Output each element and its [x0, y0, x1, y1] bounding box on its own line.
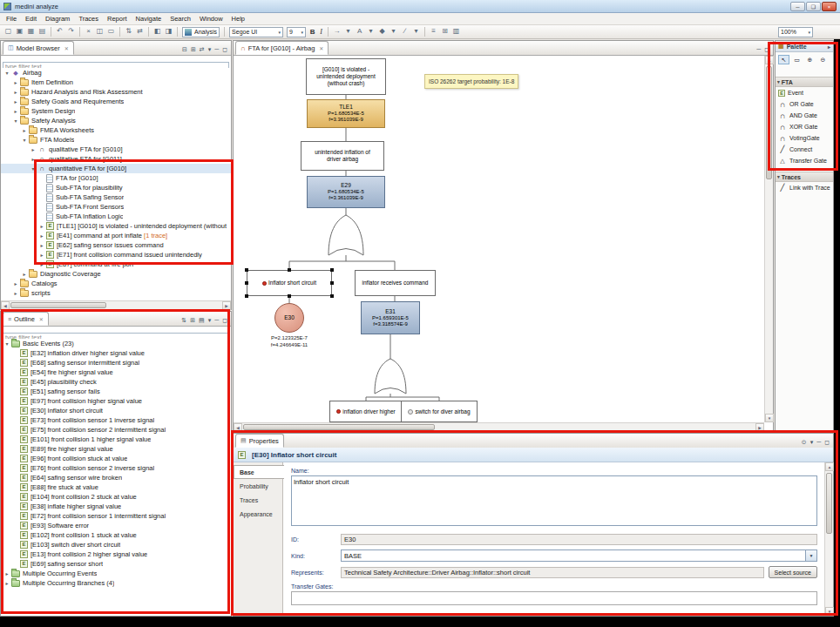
tree-item[interactable]: E[E72] front collision sensor 1 intermit…	[1, 511, 231, 521]
scroll-left-icon[interactable]: ◀	[234, 423, 242, 432]
analysis-profile-select[interactable]: Analysis	[182, 27, 220, 37]
tree-item[interactable]: ▾FTA Models	[1, 135, 231, 145]
tree-item[interactable]: E[E103] switch diver short circuit	[1, 540, 231, 549]
palette-collapse-icon[interactable]: ▸	[828, 44, 830, 50]
palette-tool-connect[interactable]: ╱Connect	[776, 144, 833, 155]
tree-item[interactable]: ▾Safety Analysis	[1, 116, 231, 125]
tree-item[interactable]: E[E32] inflation driver higher signal va…	[1, 348, 231, 358]
scrollbar-thumb[interactable]	[766, 66, 772, 179]
tree-item[interactable]: Sub-FTA Safing Sensor	[1, 192, 231, 202]
zoom-in-tool-icon[interactable]: ⊕	[804, 55, 816, 64]
selection-handle[interactable]	[288, 268, 291, 272]
palette-tool-transfer-gate[interactable]: △Transfer Gate	[776, 155, 833, 166]
tree-item[interactable]: E[E13] front collision 2 higher signal v…	[1, 549, 231, 559]
tree-item[interactable]: FTA for [G010]	[1, 173, 231, 183]
tree-item[interactable]: E[E89] fire higher signal value	[1, 444, 231, 454]
close-icon[interactable]: ✕	[64, 45, 69, 51]
selection-handle[interactable]	[288, 294, 291, 298]
sync-icon[interactable]: ⇄	[134, 26, 146, 37]
fta-node-inflation-driver-higher[interactable]: inflation driver higher	[329, 401, 403, 422]
save-all-icon[interactable]: ▦	[25, 26, 37, 37]
selection-handle[interactable]	[245, 268, 248, 272]
maximize-button[interactable]: ❏	[806, 2, 821, 11]
maximize-icon[interactable]: ◻	[222, 46, 227, 52]
prop-tab-appearance[interactable]: Appearance	[234, 507, 282, 521]
palette-header[interactable]: ▦ Palette ▸	[776, 41, 833, 52]
expand-arrow-icon[interactable]: ▸	[12, 89, 19, 95]
tree-item[interactable]: Sub-FTA Front Sensors	[1, 202, 231, 212]
prop-tab-base[interactable]: Base	[234, 465, 284, 479]
tree-item[interactable]: ▸Hazard Analysis and Risk Assessment	[1, 87, 231, 97]
line-style-icon[interactable]: ∕	[399, 26, 410, 37]
font-size-select[interactable]: 9 ▾	[287, 27, 306, 37]
transfer-gates-list[interactable]	[291, 591, 817, 605]
font-color-icon[interactable]: A	[354, 26, 365, 37]
kind-select[interactable]: BASE ▼	[341, 549, 817, 562]
font-family-select[interactable]: Segoe UI ▾	[229, 27, 283, 37]
fta-node-intermediate[interactable]: unintended inflation of driver airbag	[301, 141, 384, 171]
minimize-button[interactable]: ─	[790, 2, 805, 11]
palette-drawer-traces[interactable]: ▾Traces	[776, 172, 833, 182]
expand-arrow-icon[interactable]: ▸	[12, 108, 19, 114]
collapse-arrow-icon[interactable]: ▾	[3, 70, 10, 76]
font-color-dropdown-icon[interactable]: ▾	[365, 26, 376, 37]
tree-item[interactable]: ▸Multiple Occurring Branches (4)	[1, 578, 231, 588]
navigate-up-icon[interactable]: ⇅	[123, 26, 134, 37]
scroll-down-icon[interactable]: ▼	[825, 607, 834, 616]
editor-hscrollbar[interactable]: ◀ ▶	[234, 422, 764, 431]
collapse-arrow-icon[interactable]: ▾	[30, 165, 37, 172]
tree-item[interactable]: ▸E[E41] command at port inflate [1 trace…	[1, 231, 231, 240]
sort-icon[interactable]: ⇅	[181, 317, 186, 323]
iso-target-note[interactable]: ISO 26262 target probability: 1E-8	[424, 74, 518, 89]
scrollbar-thumb[interactable]	[243, 424, 435, 430]
prop-tab-traces[interactable]: Traces	[234, 493, 282, 507]
view-menu-icon[interactable]: ▾	[208, 317, 212, 323]
maximize-icon[interactable]: ◻	[824, 439, 830, 445]
italic-button[interactable]: I	[317, 28, 325, 36]
tree-item[interactable]: E[E38] inflate higher signal value	[1, 502, 231, 511]
scroll-right-icon[interactable]: ▶	[222, 301, 231, 310]
fta-node-top-event[interactable]: [G010] is violated - unintended deployme…	[306, 58, 386, 95]
fill-color-dropdown-icon[interactable]: ▾	[388, 26, 399, 37]
menu-edit[interactable]: Edit	[21, 13, 41, 24]
model-browser-hscrollbar[interactable]: ◀ ▶	[1, 300, 231, 309]
scroll-up-icon[interactable]: ▲	[825, 462, 834, 471]
new-icon[interactable]: ▢	[3, 26, 14, 37]
expand-all-icon[interactable]: ⊞	[191, 46, 196, 52]
collapse-arrow-icon[interactable]: ▾	[12, 118, 19, 124]
tree-item[interactable]: E[E93] Software error	[1, 521, 231, 530]
scroll-left-icon[interactable]: ◀	[1, 301, 10, 310]
tree-item[interactable]: E[E97] front collision higher signal val…	[1, 396, 231, 406]
menu-report[interactable]: Report	[103, 13, 132, 24]
expand-all-icon[interactable]: ⊞	[190, 317, 195, 323]
close-button[interactable]: ×	[822, 2, 837, 11]
select-source-button[interactable]: Select source	[769, 566, 817, 578]
scrollbar-thumb[interactable]	[826, 473, 832, 534]
collapse-arrow-icon[interactable]: ▾	[21, 137, 28, 143]
tree-item[interactable]: E[E73] front collision sensor 1 inverse …	[1, 415, 231, 425]
tree-item[interactable]: E[E75] front collision sensor 2 intermit…	[1, 425, 231, 435]
tab-outline[interactable]: ≡ Outline ✕	[3, 312, 49, 326]
paste-icon[interactable]: ▭	[105, 26, 117, 37]
tree-item[interactable]: ▸E[E62] safing sensor issues command	[1, 240, 231, 250]
select-tool-icon[interactable]: ↖	[778, 55, 789, 64]
line-style-dropdown-icon[interactable]: ▾	[410, 26, 422, 37]
selection-handle[interactable]	[245, 294, 248, 298]
tab-properties[interactable]: ▤ Properties	[235, 434, 284, 448]
marquee-tool-icon[interactable]: ▭	[791, 55, 803, 64]
expand-arrow-icon[interactable]: ▸	[38, 261, 45, 267]
close-icon[interactable]: ✕	[319, 45, 323, 51]
tree-item[interactable]: ▸System Design	[1, 106, 231, 116]
tree-item[interactable]: Sub-FTA for plausibility	[1, 183, 231, 192]
scroll-down-icon[interactable]: ▼	[765, 414, 774, 422]
link-with-editor-icon[interactable]: ⇄	[200, 46, 205, 52]
expand-arrow-icon[interactable]: ▸	[12, 280, 19, 287]
expand-arrow-icon[interactable]: ▸	[12, 98, 19, 104]
bold-button[interactable]: B	[308, 28, 317, 36]
tree-item[interactable]: E[E30] Inflator short circuit	[1, 406, 231, 415]
fill-color-icon[interactable]: ◆	[376, 26, 388, 37]
pin-icon[interactable]: ⊙	[802, 439, 807, 445]
tree-item[interactable]: E[E88] fire stuck at value	[1, 482, 231, 492]
expand-arrow-icon[interactable]: ▸	[12, 79, 19, 85]
minimize-icon[interactable]: ─	[214, 317, 219, 323]
